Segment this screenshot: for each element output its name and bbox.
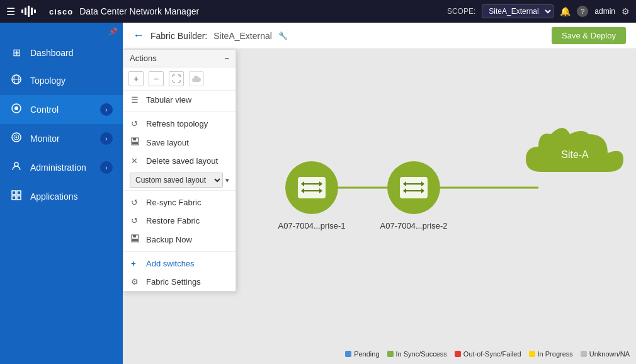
tabular-view-item[interactable]: ☰ Tabular view (123, 91, 236, 109)
user-label: admin (594, 7, 615, 16)
delete-saved-layout-item[interactable]: ✕ Delete saved layout (123, 152, 236, 170)
sidebar: 📌 ⊞ Dashboard Topology Con (0, 23, 123, 364)
sidebar-item-label: Dashboard (30, 48, 74, 58)
sidebar-item-topology[interactable]: Topology (0, 66, 123, 95)
add-switches-label: Add switches (146, 259, 195, 268)
legend-pending: Pending (345, 350, 379, 358)
back-button[interactable]: ← (133, 29, 144, 42)
legend-unknown: Unknown/NA (581, 350, 630, 358)
restore-label: Restore Fabric (146, 216, 200, 225)
actions-label: Actions (130, 54, 157, 63)
delete-layout-label: Delete saved layout (146, 156, 218, 166)
save-layout-label: Save layout (146, 138, 189, 147)
restore-icon: ↺ (131, 216, 141, 225)
sidebar-item-control[interactable]: Control › (0, 95, 123, 124)
outofsync-dot (455, 351, 461, 357)
svg-rect-0 (21, 9, 23, 13)
unknown-dot (581, 351, 587, 357)
backup-now-item[interactable]: Backup Now (123, 230, 236, 249)
sidebar-item-label: Applications (30, 191, 78, 202)
resync-label: Re-sync Fabric (146, 198, 201, 207)
control-icon (10, 103, 23, 117)
refresh-topology-item[interactable]: ↺ Refresh topology (123, 115, 236, 133)
divider (123, 111, 236, 112)
fabric-settings-item[interactable]: ⚙ Fabric Settings (123, 273, 236, 291)
actions-panel: Actions − + − ⛶ ☰ Tabular view ↺ (123, 49, 236, 292)
save-layout-item[interactable]: Save layout (123, 133, 236, 152)
topbar: ☰ cisco Data Center Network Manager SCOP… (0, 0, 636, 23)
pin-icon: 📌 (108, 27, 118, 36)
svg-text:A07-7004...prise-2: A07-7004...prise-2 (380, 221, 448, 230)
chevron-right-icon: › (100, 103, 113, 116)
svg-rect-3 (31, 8, 33, 15)
legend-inprogress: In Progress (529, 350, 573, 358)
svg-rect-28 (298, 177, 326, 198)
wrench-icon: 🔧 (278, 31, 288, 40)
resync-fabric-item[interactable]: ↺ Re-sync Fabric (123, 193, 236, 212)
dashboard-icon: ⊞ (10, 47, 23, 59)
sidebar-item-label: Administration (30, 162, 86, 173)
help-icon[interactable]: ? (577, 6, 588, 17)
add-switches-icon: + (131, 259, 141, 268)
actions-panel-header: Actions − (123, 50, 236, 67)
insync-label: In Sync/Success (396, 350, 447, 358)
sidebar-item-administration[interactable]: Administration › (0, 153, 123, 182)
expand-button[interactable]: ⛶ (169, 71, 184, 86)
app-title: Data Center Network Manager (79, 6, 441, 16)
add-button[interactable]: + (128, 71, 144, 86)
svg-rect-14 (12, 191, 16, 195)
tabular-view-label: Tabular view (146, 95, 191, 105)
dropdown-arrow: ▾ (225, 176, 229, 185)
bell-icon[interactable]: 🔔 (560, 6, 571, 16)
svg-rect-19 (133, 138, 136, 140)
outofsync-label: Out-of-Sync/Failed (463, 350, 521, 358)
svg-point-9 (14, 106, 18, 110)
backup-label: Backup Now (146, 235, 192, 244)
chevron-right-icon: › (100, 161, 113, 174)
fabric-settings-label: Fabric Settings (146, 277, 201, 287)
cloud-button[interactable] (189, 71, 204, 86)
backup-icon (131, 234, 141, 244)
topology-icon (10, 74, 23, 88)
restore-fabric-item[interactable]: ↺ Restore Fabric (123, 212, 236, 230)
pending-dot (345, 351, 351, 357)
scope-label: SCOPE: (447, 7, 475, 16)
save-deploy-button[interactable]: Save & Deploy (552, 27, 626, 44)
divider3 (123, 251, 236, 252)
fabric-title-prefix: Fabric Builder: (150, 31, 207, 41)
sidebar-item-monitor[interactable]: Monitor › (0, 124, 123, 153)
svg-point-12 (16, 137, 18, 139)
svg-rect-22 (133, 235, 136, 237)
cisco-text: cisco (49, 7, 73, 16)
svg-rect-37 (400, 177, 428, 198)
fabric-title-name: SiteA_External (213, 31, 272, 41)
add-switches-item[interactable]: + Add switches (123, 254, 236, 273)
divider2 (123, 190, 236, 191)
monitor-icon (10, 132, 23, 145)
minus-button[interactable]: − (149, 71, 164, 86)
scope-select[interactable]: SiteA_External (482, 4, 554, 18)
svg-rect-23 (132, 239, 138, 241)
sidebar-item-dashboard[interactable]: ⊞ Dashboard (0, 39, 123, 66)
sidebar-item-label: Topology (30, 76, 65, 86)
cisco-logo: cisco (21, 6, 73, 17)
sidebar-item-applications[interactable]: Applications (0, 182, 123, 211)
unknown-label: Unknown/NA (589, 350, 630, 358)
fabric-settings-icon: ⚙ (131, 277, 141, 287)
layout-dropdown: Custom saved layout Auto layout Hierarch… (130, 173, 229, 188)
applications-icon (10, 190, 23, 203)
minimize-button[interactable]: − (224, 54, 229, 63)
svg-rect-20 (132, 142, 138, 144)
insync-dot (387, 351, 394, 357)
layout-select[interactable]: Custom saved layout Auto layout Hierarch… (130, 173, 223, 188)
administration-icon (10, 161, 23, 174)
legend-outofsync: Out-of-Sync/Failed (455, 350, 521, 358)
menu-icon[interactable]: ☰ (6, 6, 15, 18)
main-content: ← Fabric Builder: SiteA_External 🔧 Save … (123, 23, 636, 364)
svg-text:Site-A: Site-A (561, 149, 589, 160)
gear-icon[interactable]: ⚙ (622, 6, 630, 16)
refresh-topology-label: Refresh topology (146, 119, 208, 128)
pending-label: Pending (354, 350, 379, 358)
sidebar-item-label: Monitor (30, 134, 60, 144)
inprogress-label: In Progress (538, 350, 573, 358)
